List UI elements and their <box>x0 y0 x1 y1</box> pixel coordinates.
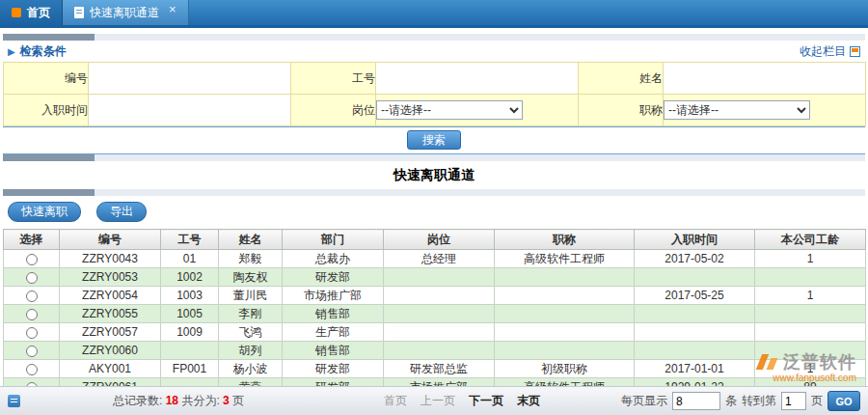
next-page-link[interactable]: 下一页 <box>469 393 503 409</box>
select-cell <box>4 250 60 268</box>
cell-job-title <box>495 342 635 360</box>
job-no-label: 工号 <box>291 63 376 95</box>
cell-job-title: 初级职称 <box>495 360 635 378</box>
first-page-link[interactable]: 首页 <box>384 393 407 409</box>
cell-job-no: 1009 <box>161 323 219 342</box>
job-no-input[interactable] <box>376 63 578 94</box>
pagination-footer: 总记录数: 18 共分为: 3 页 首页 上一页 下一页 末页 每页显示 条 转… <box>0 386 868 415</box>
row-select-radio[interactable] <box>26 272 38 284</box>
go-button[interactable]: GO <box>827 391 860 411</box>
total-count: 18 <box>166 394 178 407</box>
main-content: ▶ 检索条件 收起栏目 编号 工号 姓名 入职时间 岗位 --请选 <box>0 28 868 397</box>
tab-bar: 首页 快速离职通道 × <box>0 0 868 28</box>
code-input[interactable] <box>89 63 290 94</box>
select-cell <box>4 342 60 360</box>
cell-seniority <box>755 323 866 342</box>
total-label: 总记录数: <box>113 394 162 407</box>
quick-resign-button[interactable]: 快速离职 <box>8 202 81 222</box>
cell-department: 销售部 <box>283 305 384 323</box>
cell-code: ZZRY0043 <box>60 250 161 268</box>
col-select: 选择 <box>4 230 60 250</box>
col-code: 编号 <box>60 230 161 250</box>
cell-position <box>384 305 495 323</box>
cell-job-no: 01 <box>161 250 219 268</box>
cell-hire-date: 2017-01-01 <box>635 360 755 378</box>
cell-hire-date <box>635 342 755 360</box>
hire-date-label: 入职时间 <box>4 95 89 126</box>
row-select-radio[interactable] <box>26 364 38 375</box>
collapse-panel-link[interactable]: 收起栏目 <box>800 43 860 60</box>
code-label: 编号 <box>4 63 89 95</box>
name-input[interactable] <box>664 63 865 94</box>
cell-hire-date: 2017-05-25 <box>635 287 755 305</box>
cell-job-no: FP001 <box>161 360 219 378</box>
cell-seniority: 1 <box>755 250 866 268</box>
search-section-title: 检索条件 <box>20 43 67 60</box>
search-button[interactable]: 搜索 <box>407 130 461 150</box>
cell-seniority <box>755 305 866 323</box>
cell-department: 销售部 <box>283 342 384 360</box>
tab-quick-resign-channel[interactable]: 快速离职通道 × <box>63 0 189 25</box>
cell-position: 总经理 <box>384 250 495 268</box>
cell-job-title <box>495 268 635 287</box>
cell-code: ZZRY0057 <box>60 323 161 342</box>
job-title-select[interactable]: --请选择-- <box>664 100 810 120</box>
cell-department: 市场推广部 <box>283 287 384 305</box>
row-select-radio[interactable] <box>26 254 38 265</box>
cell-job-title: 高级软件工程师 <box>495 250 635 268</box>
pages-label: 共分为: <box>181 394 219 407</box>
cell-code: ZZRY0053 <box>60 268 161 287</box>
cell-department: 研发部 <box>283 268 384 287</box>
row-select-radio[interactable] <box>26 290 38 302</box>
tab-home-label: 首页 <box>27 5 50 21</box>
search-form: 编号 工号 姓名 入职时间 岗位 --请选择-- 职称 --请选择-- <box>3 62 866 126</box>
table-row: ZZRY0057 1009 飞鸿 生产部 <box>4 323 866 342</box>
col-name: 姓名 <box>219 230 283 250</box>
row-select-radio[interactable] <box>26 327 38 339</box>
goto-prefix: 转到第 <box>742 393 776 409</box>
select-cell <box>4 360 60 378</box>
page-count: 3 <box>223 394 230 407</box>
home-icon <box>12 8 21 17</box>
pagination-links: 首页 上一页 下一页 末页 <box>384 393 540 409</box>
cell-job-no: 1002 <box>161 268 219 287</box>
col-job-no: 工号 <box>161 230 219 250</box>
hire-date-input[interactable] <box>89 95 290 125</box>
col-seniority: 本公司工龄 <box>755 230 866 250</box>
cell-code: ZZRY0060 <box>60 342 161 360</box>
search-button-row: 搜索 <box>3 126 865 154</box>
table-row: ZZRY0043 01 郑毅 总裁办 总经理 高级软件工程师 2017-05-0… <box>4 250 866 268</box>
cell-hire-date: 2017-05-02 <box>635 250 755 268</box>
brand-logo-icon <box>759 354 778 370</box>
cell-name: 郑毅 <box>219 250 283 268</box>
document-icon <box>74 7 84 18</box>
goto-page-input[interactable] <box>781 392 806 410</box>
table-row: ZZRY0054 1003 董川民 市场推广部 2017-05-25 1 <box>4 287 866 305</box>
cell-hire-date <box>635 268 755 287</box>
last-page-link[interactable]: 末页 <box>517 393 540 409</box>
select-cell <box>4 323 60 342</box>
select-cell <box>4 287 60 305</box>
export-button[interactable]: 导出 <box>96 202 147 222</box>
brand-watermark: 泛普软件 www.fanpusoft.com <box>759 350 856 383</box>
prev-page-link[interactable]: 上一页 <box>420 393 455 409</box>
per-page-input[interactable] <box>672 392 720 410</box>
cell-name: 杨小波 <box>219 360 283 378</box>
row-select-radio[interactable] <box>26 346 38 357</box>
cell-position <box>384 323 495 342</box>
cell-job-title <box>495 287 635 305</box>
close-tab-icon[interactable]: × <box>169 3 176 15</box>
cell-seniority <box>755 268 866 287</box>
pages-suffix: 页 <box>232 394 244 407</box>
cell-job-title <box>495 323 635 342</box>
action-buttons: 快速离职 导出 <box>0 196 868 227</box>
name-label: 姓名 <box>579 63 664 95</box>
select-cell <box>4 305 60 323</box>
cell-name: 陶友权 <box>219 268 283 287</box>
job-title-label: 职称 <box>579 95 664 126</box>
position-select[interactable]: --请选择-- <box>376 100 523 120</box>
separator-bar-mid2 <box>3 189 865 196</box>
row-select-radio[interactable] <box>26 309 38 320</box>
col-hire-date: 入职时间 <box>635 230 755 250</box>
tab-home[interactable]: 首页 <box>0 0 63 25</box>
